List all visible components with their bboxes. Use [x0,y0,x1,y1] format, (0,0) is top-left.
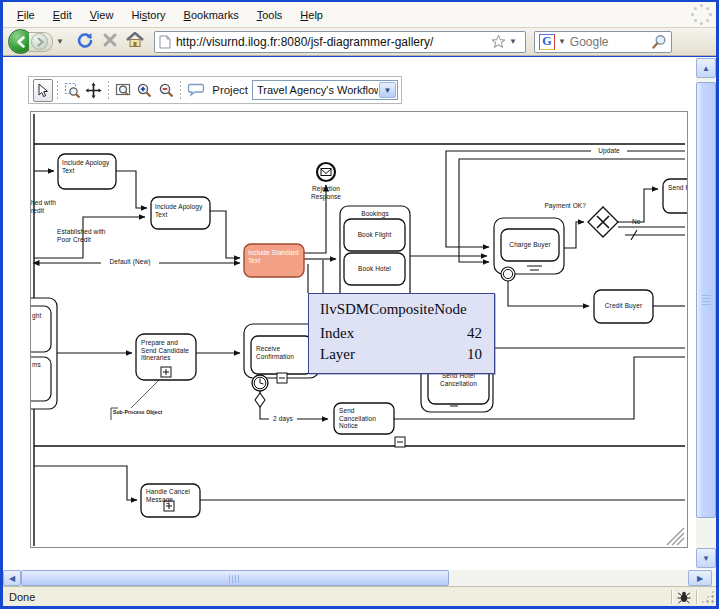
history-dropdown-arrow[interactable]: ▼ [56,37,64,46]
menu-help[interactable]: Help [292,5,331,25]
fit-to-view-icon [115,82,132,99]
edge-label-update: Update [591,147,627,155]
tooltip-title: IlvSDMCompositeNode [309,294,494,321]
node-label-charge-buyer: Charge Buyer [501,241,559,249]
url-bar[interactable]: ▼ [154,31,526,53]
bookmark-star-icon[interactable] [491,34,506,49]
toolbar-separator [107,80,111,100]
stop-button[interactable] [102,32,118,52]
scroll-down-button[interactable]: ▼ [696,548,716,568]
menu-view[interactable]: View [82,5,122,25]
thumb-grip [229,575,241,583]
vertical-scrollbar[interactable]: ▲ ▼ [696,58,716,569]
home-icon [126,32,144,48]
navigation-toolbar: ▼ [3,28,716,56]
menu-edit[interactable]: Edit [45,5,80,25]
node-label-send-cancellation: Send Cancellation Notice [339,407,391,430]
zoom-in-icon [136,82,153,99]
thumb-grip [702,295,711,305]
pan-tool-button[interactable] [84,79,103,102]
node-label-book-flight: Book Flight [344,231,405,239]
toolbar-separator [56,80,60,100]
scroll-right-button[interactable]: ▶ [688,570,712,586]
horizontal-scrollbar-thumb[interactable] [21,570,449,586]
zoom-out-tool-button[interactable] [156,79,175,102]
status-bar: Done [3,586,716,606]
tooltip-row-key: Layer [320,346,355,363]
zoom-region-icon [64,82,81,99]
window-resize-grip[interactable] [701,590,715,604]
fit-to-view-tool-button[interactable] [114,79,133,102]
node-label-receive-confirmation: Receive Confirmation [256,345,308,360]
zoom-in-tool-button[interactable] [135,79,154,102]
diagram-resize-handle[interactable] [667,528,684,545]
browser-window: File Edit View History Bookmarks Tools H… [0,0,719,609]
node-label-credit-buyer: Credit Buyer [594,302,653,310]
menu-bookmarks[interactable]: Bookmarks [176,5,247,25]
page-icon [159,35,171,49]
search-engine-icon[interactable]: G [539,34,555,50]
menu-tools[interactable]: Tools [249,5,291,25]
node-tooltip: IlvSDMCompositeNode Index 42 Layer 10 [308,293,495,374]
scroll-up-button[interactable]: ▲ [696,58,716,78]
pan-icon [85,82,102,99]
edge-label-payment-ok: Payment OK? [535,202,586,210]
menu-file[interactable]: File [9,5,43,25]
select-tool-button[interactable] [33,79,53,102]
edge-label-established-poor: Established with Poor Credit [57,228,119,243]
node-label-book-hotel: Book Hotel [344,265,405,273]
project-select-dropdown-arrow[interactable]: ▼ [379,82,396,98]
statusbar-separator [696,590,697,604]
back-arrow-icon [14,35,28,49]
search-input[interactable] [570,35,651,49]
edge-label-two-days: 2 days [269,415,297,423]
annotation-sub-process-object: Sub-Process Object [113,410,171,416]
throbber-icon [690,2,714,26]
envelope-icon [321,169,331,176]
search-box[interactable]: G ▼ [534,31,672,53]
tooltip-row-value: 10 [467,346,482,363]
select-arrow-icon [35,83,50,98]
forward-arrow-icon [35,37,45,47]
bug-report-icon[interactable] [676,590,692,604]
search-engine-dropdown-arrow[interactable]: ▼ [558,37,566,46]
diagram-panel[interactable]: Include Apology Text Include Apology Tex… [30,111,688,548]
vertical-scrollbar-thumb[interactable] [696,82,716,518]
zoom-region-tool-button[interactable] [63,79,82,102]
speech-bubble-icon [187,83,205,97]
page-content: Project Travel Agency's Workflow ▼ [3,57,716,570]
diagram-toolbar: Project Travel Agency's Workflow ▼ [28,76,402,104]
project-select[interactable]: Travel Agency's Workflow ▼ [252,80,398,100]
project-select-value: Travel Agency's Workflow [253,84,378,96]
url-input[interactable] [176,35,491,49]
home-button[interactable] [126,32,144,52]
edge-label-default-new: Default (New) [101,258,159,266]
node-label-include-apology-2: Include Apology Text [155,203,207,218]
horizontal-scrollbar[interactable]: ◀ ▶ [3,570,716,586]
edge-label-established-clipped: hed with redit [31,199,65,214]
stop-x-icon [102,32,118,48]
scroll-left-button[interactable]: ◀ [3,570,21,586]
tooltip-row-key: Index [320,325,354,342]
forward-button[interactable] [31,33,48,50]
node-label-prepare-itineraries: Prepare and Send Candidate Itineraries [141,339,193,362]
node-label-handle-cancel: Handle Cancel Message [146,488,198,503]
zoom-out-icon [158,82,175,99]
status-text: Done [9,591,35,603]
node-label-send-hotel-cancellation: Send Hotel Cancellation [430,372,487,387]
search-magnifier-icon[interactable] [651,34,667,50]
tooltip-tool-button[interactable] [186,79,205,102]
tooltip-row-value: 42 [467,325,482,342]
edge-label-no: No [632,218,646,226]
statusbar-separator [671,590,672,604]
node-label-flight-clipped: ght [32,312,50,320]
group-label-bookings: Bookings [340,210,410,218]
menu-history[interactable]: History [123,5,173,25]
toolbar-separator [179,80,183,100]
url-dropdown-arrow[interactable]: ▼ [509,37,517,46]
node-label-rooms-clipped: ms [32,361,50,369]
menu-bar: File Edit View History Bookmarks Tools H… [3,2,716,28]
event-label-rejection-response: Rejection Response [304,185,348,200]
node-label-send-problem: Send Prob [668,184,688,192]
reload-button[interactable] [76,31,94,53]
